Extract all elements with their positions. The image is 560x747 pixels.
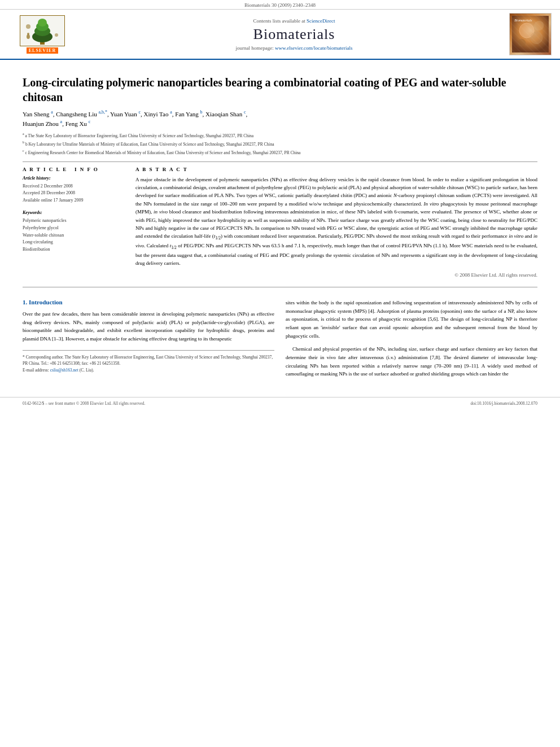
available-date: Available online 17 January 2009 (23, 197, 124, 204)
abstract-text: A major obstacle in the development of p… (135, 176, 537, 268)
main-content: Long-circulating polymeric nanoparticles… (0, 60, 560, 391)
keyword-1: Polymeric nanoparticles (23, 217, 124, 225)
svg-point-8 (55, 33, 58, 37)
svg-point-14 (518, 39, 526, 47)
svg-text:Biomaterials: Biomaterials (514, 19, 532, 22)
bottom-bar: 0142-9612/$ – see front matter © 2008 El… (0, 397, 560, 409)
intro-para-2: sites within the body is the rapid opson… (286, 299, 537, 340)
abstract-column: A B S T R A C T A major obstacle in the … (135, 167, 537, 278)
elsevier-logo: ELSEVIER (20, 15, 65, 54)
footnote-corresponding: * Corresponding author. The State Key La… (23, 354, 274, 367)
introduction-columns: 1. Introduction Over the past few decade… (23, 299, 537, 383)
intro-right-col: sites within the body is the rapid opson… (286, 299, 537, 383)
biomaterials-cover-image: Biomaterials (509, 13, 552, 55)
footnote-email: E-mail address: csliu@sh163.net (C. Liu)… (23, 367, 274, 373)
article-title: Long-circulating polymeric nanoparticles… (23, 75, 537, 104)
issn-line: 0142-9612/$ – see front matter © 2008 El… (23, 401, 145, 406)
elsevier-wordmark: ELSEVIER (27, 47, 58, 54)
keywords-section: Keywords: Polymeric nanoparticles Polyet… (23, 210, 124, 254)
sciencedirect-link[interactable]: ScienceDirect (307, 18, 335, 24)
intro-body-left: Over the past few decades, there has bee… (23, 310, 274, 343)
divider-2 (23, 287, 537, 287)
accepted-date: Accepted 28 December 2008 (23, 190, 124, 197)
abstract-label: A B S T R A C T (135, 167, 537, 172)
journal-title: Biomaterials (85, 26, 504, 43)
svg-point-5 (38, 19, 47, 27)
intro-heading: 1. Introduction (23, 299, 274, 305)
intro-left-col: 1. Introduction Over the past few decade… (23, 299, 274, 383)
affiliation-a: a a The State Key Laboratory of Bioreact… (23, 132, 537, 139)
elsevier-tree-icon (20, 15, 65, 46)
citation-text: Biomaterials 30 (2009) 2340–2348 (244, 2, 316, 8)
keyword-3: Water-soluble chitosan (23, 232, 124, 239)
journal-homepage: journal homepage: www.elsevier.com/locat… (85, 45, 504, 51)
intro-para-1: Over the past few decades, there has bee… (23, 310, 274, 343)
keyword-5: Biodistribution (23, 246, 124, 254)
svg-point-15 (534, 21, 544, 30)
info-abstract-section: A R T I C L E I N F O Article history: R… (23, 167, 537, 278)
affiliation-c: c c Engineering Research Center for Biom… (23, 148, 537, 156)
copyright-line: © 2008 Elsevier Ltd. All rights reserved… (135, 272, 537, 278)
keywords-label: Keywords: (23, 210, 124, 215)
elsevier-logo-section: ELSEVIER (6, 15, 79, 54)
journal-cover: Biomaterials (509, 13, 554, 55)
footnote-section: * Corresponding author. The State Key La… (23, 350, 274, 373)
sciencedirect-line: Contents lists available at ScienceDirec… (85, 18, 504, 24)
authors-line: Yan Sheng a, Changsheng Liu a,b,*, Yuan … (23, 109, 537, 128)
divider-1 (23, 161, 537, 162)
received-date: Received 2 December 2008 (23, 183, 124, 190)
introduction-section: 1. Introduction Over the past few decade… (23, 299, 537, 383)
article-info-label: A R T I C L E I N F O (23, 167, 124, 172)
svg-point-13 (531, 32, 542, 44)
homepage-link[interactable]: www.elsevier.com/locate/biomaterials (275, 45, 352, 51)
svg-point-9 (27, 34, 30, 39)
citation-bar: Biomaterials 30 (2009) 2340–2348 (0, 0, 560, 10)
article-history: Article history: Received 2 December 200… (23, 176, 124, 204)
affiliation-b: b b Key Laboratory for Ultrafine Materia… (23, 140, 537, 147)
intro-body-right: sites within the body is the rapid opson… (286, 299, 537, 379)
article-info-column: A R T I C L E I N F O Article history: R… (23, 167, 124, 278)
doi-line: doi:10.1016/j.biomaterials.2008.12.070 (470, 401, 537, 406)
journal-header: ELSEVIER Contents lists available at Sci… (0, 10, 560, 60)
svg-point-7 (26, 24, 30, 29)
intro-para-3: Chemical and physical properties of the … (286, 345, 537, 378)
affiliations: a a The State Key Laboratory of Bioreact… (23, 132, 537, 155)
svg-rect-11 (512, 16, 549, 53)
keyword-4: Long-circulating (23, 239, 124, 246)
keyword-2: Polyethylene glycol (23, 225, 124, 232)
journal-header-center: Contents lists available at ScienceDirec… (85, 18, 504, 51)
svg-point-12 (519, 23, 534, 38)
svg-point-10 (27, 33, 29, 35)
history-label: Article history: (23, 176, 124, 181)
